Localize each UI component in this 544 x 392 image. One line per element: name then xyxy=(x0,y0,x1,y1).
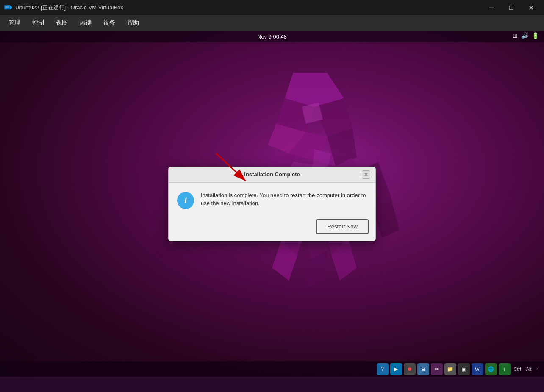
info-icon: i xyxy=(177,192,194,209)
menu-item-control[interactable]: 控制 xyxy=(27,17,49,28)
menu-item-hotkey[interactable]: 热键 xyxy=(75,17,97,28)
menu-item-help[interactable]: 帮助 xyxy=(122,17,144,28)
dialog-footer: Restart Now xyxy=(169,216,375,241)
svg-rect-2 xyxy=(5,6,9,8)
maximize-button[interactable]: □ xyxy=(502,0,521,15)
svg-marker-1 xyxy=(10,6,12,9)
menu-item-manage[interactable]: 管理 xyxy=(3,17,25,28)
vm-screen[interactable]: Nov 9 00:48 ⊞ 🔊 🔋 Installation Complete … xyxy=(0,31,544,377)
dialog-body: i Installation is complete. You need to … xyxy=(169,183,375,216)
window-title: Ubuntu22 [正在运行] - Oracle VM VirtualBox xyxy=(15,4,482,11)
close-button[interactable]: ✕ xyxy=(521,0,541,15)
dialog-close-button[interactable]: ✕ xyxy=(362,170,370,179)
minimize-button[interactable]: ─ xyxy=(482,0,502,15)
titlebar: Ubuntu22 [正在运行] - Oracle VM VirtualBox ─… xyxy=(0,0,544,15)
menu-item-view[interactable]: 视图 xyxy=(51,17,73,28)
dialog-overlay: Installation Complete ✕ i Installation i… xyxy=(0,31,544,377)
window-controls: ─ □ ✕ xyxy=(482,0,541,15)
virtualbox-logo-icon xyxy=(3,3,12,12)
menu-item-devices[interactable]: 设备 xyxy=(98,17,120,28)
restart-now-button[interactable]: Restart Now xyxy=(316,219,369,234)
installation-complete-dialog: Installation Complete ✕ i Installation i… xyxy=(168,167,376,241)
dialog-message: Installation is complete. You need to re… xyxy=(201,191,367,209)
menubar: 管理 控制 视图 热键 设备 帮助 xyxy=(0,15,544,31)
dialog-titlebar: Installation Complete ✕ xyxy=(169,167,375,183)
dialog-title: Installation Complete xyxy=(182,171,362,178)
